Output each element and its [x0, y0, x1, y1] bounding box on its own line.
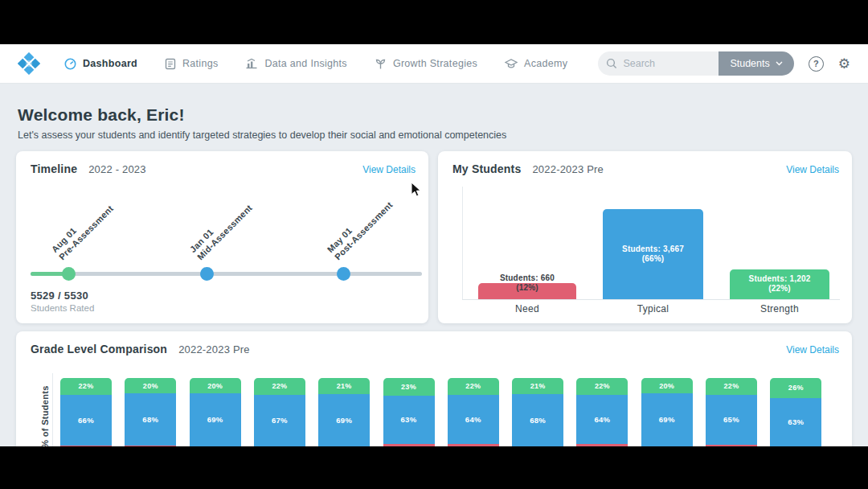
segment-typical: 68%	[125, 393, 176, 446]
segment-typical: 69%	[190, 393, 241, 446]
search-icon	[606, 58, 617, 69]
nav-label: Growth Strategies	[393, 58, 477, 69]
stacked-bar-5: 21%69%	[318, 378, 370, 446]
grade-level-comparison-card: Grade Level Comparison 2022-2023 Pre Vie…	[16, 331, 852, 446]
view-details-link[interactable]: View Details	[362, 164, 416, 175]
segment-typical: 64%	[576, 395, 628, 444]
timeline-dot-pre-assessment	[62, 267, 76, 281]
stacked-bar-8: 21%68%	[512, 378, 563, 446]
y-axis-line	[52, 373, 53, 446]
stacked-bar-12: 26%63%	[770, 378, 821, 446]
bar-value-label: Students: 3,667(66%)	[603, 244, 703, 264]
search-scope-dropdown[interactable]: Students	[719, 51, 793, 76]
timeline-dot-mid-assessment	[200, 267, 214, 281]
timeline-dot-post-assessment	[337, 267, 350, 281]
timeline-milestone-label: Aug 01Pre-Assessment	[50, 196, 116, 262]
app-logo-icon[interactable]	[18, 52, 40, 75]
segment-strength: 20%	[641, 378, 693, 393]
segment-strength: 22%	[448, 378, 499, 395]
view-details-link[interactable]: View Details	[786, 344, 839, 355]
timeline-milestone-label: May 01Post-Assessment	[325, 192, 395, 262]
timeline-card: Timeline 2022 - 2023 View Details Aug 01…	[16, 151, 428, 323]
search-input[interactable]	[623, 58, 710, 69]
nav-label: Academy	[524, 58, 567, 69]
stacked-bar-3: 20%69%	[190, 378, 241, 446]
segment-need	[383, 444, 435, 446]
search-box	[598, 51, 719, 76]
nav-item-dashboard[interactable]: Dashboard	[64, 58, 137, 70]
nav-item-ratings[interactable]: Ratings	[165, 58, 218, 70]
segment-typical: 65%	[706, 395, 757, 445]
segment-strength: 20%	[190, 378, 241, 393]
bar-value-label: Students: 1,202(22%)	[730, 274, 829, 294]
bar-category-label: Need	[478, 303, 576, 314]
segment-strength: 20%	[125, 378, 176, 393]
chart-icon	[245, 58, 258, 69]
stacked-bar-1: 22%66%	[60, 378, 112, 446]
segment-need	[706, 445, 757, 446]
students-card-header: My Students 2022-2023 Pre View Details	[452, 162, 839, 175]
app-viewport: Dashboard Ratings Data and Insights Grow…	[0, 44, 868, 446]
timeline-milestone-label: Jan 01Mid-Assessment	[188, 195, 255, 262]
segment-strength: 26%	[770, 378, 821, 398]
segment-strength: 22%	[254, 378, 305, 395]
y-axis-line	[462, 187, 463, 300]
page-subtitle: Let's assess your students and identify …	[18, 129, 850, 141]
bar-category-label: Strength	[730, 303, 829, 314]
timeline-track	[31, 272, 422, 276]
segment-need	[576, 444, 628, 446]
bar-category-label: Typical	[603, 303, 703, 314]
settings-gear-icon[interactable]: ⚙	[838, 57, 850, 71]
segment-typical: 63%	[383, 396, 435, 444]
timeline-card-header: Timeline 2022 - 2023 View Details	[31, 162, 416, 175]
my-students-card: My Students 2022-2023 Pre View Details S…	[438, 151, 852, 323]
segment-strength: 21%	[512, 378, 563, 394]
top-navbar: Dashboard Ratings Data and Insights Grow…	[0, 44, 868, 84]
y-axis-label: % of Students	[40, 376, 50, 446]
segment-strength: 22%	[706, 378, 757, 395]
stacked-bar-4: 22%67%	[254, 378, 305, 446]
segment-strength: 21%	[318, 378, 370, 394]
segment-need	[125, 446, 176, 446]
grade-card-header: Grade Level Comparison 2022-2023 Pre Vie…	[31, 343, 839, 355]
mouse-cursor	[411, 182, 421, 197]
page-title: Welcome back, Eric!	[18, 105, 850, 125]
segment-typical: 69%	[641, 393, 693, 446]
segment-strength: 23%	[383, 378, 435, 396]
search-group: Students	[598, 51, 793, 76]
stacked-bar-10: 20%69%	[641, 378, 693, 446]
dashboard-icon	[64, 58, 76, 70]
nav-items: Dashboard Ratings Data and Insights Grow…	[64, 58, 567, 70]
nav-item-data-insights[interactable]: Data and Insights	[245, 58, 346, 70]
stacked-bar-11: 22%65%	[706, 378, 757, 446]
nav-item-academy[interactable]: Academy	[505, 58, 567, 70]
segment-typical: 64%	[448, 395, 499, 444]
stacked-bar-7: 22%64%	[448, 378, 499, 446]
sprout-icon	[375, 58, 387, 70]
nav-right-tools: Students ? ⚙	[598, 51, 850, 76]
card-subtitle: 2022-2023 Pre	[532, 163, 604, 175]
view-details-link[interactable]: View Details	[786, 164, 839, 175]
chevron-down-icon	[776, 61, 783, 66]
segment-typical: 69%	[318, 394, 370, 446]
nav-label: Ratings	[182, 58, 218, 69]
card-title: Grade Level Comparison	[31, 343, 167, 355]
nav-label: Dashboard	[83, 58, 137, 69]
segment-typical: 63%	[770, 398, 821, 446]
graduation-cap-icon	[505, 58, 518, 69]
card-title: My Students	[452, 162, 521, 175]
nav-item-growth-strategies[interactable]: Growth Strategies	[375, 58, 477, 70]
card-title: Timeline	[31, 162, 77, 175]
segment-need	[60, 446, 112, 446]
bar-value-label: Students: 660(12%)	[478, 273, 576, 293]
nav-label: Data and Insights	[264, 58, 346, 69]
help-icon[interactable]: ?	[809, 56, 824, 72]
students-rated-caption: Students Rated	[31, 303, 94, 313]
students-rated-count: 5529 / 5530	[31, 290, 88, 302]
stacked-bar-9: 22%64%	[576, 378, 628, 446]
segment-typical: 66%	[60, 395, 112, 446]
stacked-bar-6: 23%63%	[383, 378, 435, 446]
segment-strength: 22%	[576, 378, 628, 395]
x-axis-line	[462, 299, 840, 300]
card-subtitle: 2022 - 2023	[88, 163, 146, 175]
